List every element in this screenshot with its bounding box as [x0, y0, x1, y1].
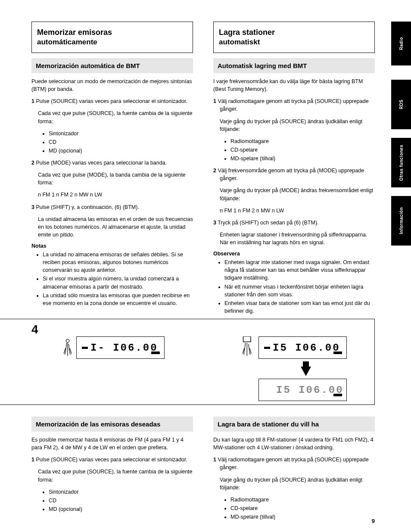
- sidebar-tab-info: Información: [391, 196, 411, 246]
- tab-label: Información: [399, 207, 404, 234]
- tab-label: Radio: [399, 37, 404, 50]
- svg-rect-1: [243, 336, 251, 342]
- list-item: Enheten visar bara de stationer som kan …: [224, 299, 375, 315]
- subheading: Lagra bara de stationer du vill ha: [213, 417, 375, 432]
- step-2: 2 Pulse (MODE) varias veces para selecci…: [31, 159, 193, 167]
- notes-label: Observera: [213, 251, 375, 257]
- step-1: 1 Välj radiomottagare genom att trycka p…: [213, 456, 375, 471]
- intro-text: Puede seleccionar un modo de memorizació…: [31, 78, 193, 93]
- subheading: Automatisk lagring med BMT: [213, 58, 375, 73]
- tab-label: RDS: [399, 100, 404, 109]
- step1-desc: Varje gång du trycker på (SOURCE) ändras…: [213, 476, 375, 492]
- step2-seq: n FM 1 n FM 2 n MW n LW: [31, 191, 193, 199]
- list-item: CD: [49, 497, 193, 504]
- sidebar-tab-radio: Radio: [391, 22, 411, 65]
- lcd-display-1: I- I06.00: [76, 336, 165, 359]
- column-left-top: Memorizar emisoras automáticamente Memor…: [31, 22, 193, 311]
- list-item: MD-spelare (tillval): [230, 513, 375, 521]
- lcd-dash-icon: [264, 347, 270, 349]
- title-line2: automatiskt: [219, 38, 369, 47]
- list-item: MD (opcional): [49, 505, 193, 513]
- page-number: 9: [372, 518, 375, 524]
- title-line1: Memorizar emisoras: [37, 28, 187, 37]
- arrow-down-icon: [301, 361, 347, 376]
- notes-label: Notas: [31, 243, 193, 249]
- step-3: 3 Tryck på (SHIFT) och sedan på (6) (BTM…: [213, 219, 375, 227]
- column-right-top: Lagra stationer automatiskt Automatisk l…: [213, 22, 375, 319]
- title-box-right: Lagra stationer automatiskt: [213, 22, 375, 53]
- step1-desc: Cada vez que pulse (SOURCE), la fuente c…: [31, 468, 193, 483]
- list-item: MD (opcional): [49, 147, 193, 155]
- step-1: 1 Pulse (SOURCE) varias veces para selec…: [31, 97, 193, 105]
- subheading: Memorización automática de BMT: [31, 58, 193, 73]
- source-list: Sintonizador CD MD (opcional): [31, 130, 193, 155]
- list-item: MD-spelare (tillval): [230, 155, 375, 162]
- step2-desc: Varje gång du trycker på (MODE) ändras f…: [213, 187, 375, 202]
- list-item: CD-spelare: [230, 146, 375, 154]
- step-2: 2 Välj frekvensområde genom att trycka p…: [213, 167, 375, 182]
- step2-seq: n FM 1 n FM 2 n MW n LW: [213, 207, 375, 215]
- notes-list: Enheten lagrar inte stationer med svaga …: [213, 258, 375, 315]
- intro-text: Es posible memorizar hasta 8 emisoras de…: [31, 436, 193, 451]
- list-item: La unidad sólo muestra las emisoras que …: [43, 292, 193, 307]
- title-line2: automáticamente: [37, 38, 187, 47]
- step-1: 1 Välj radiomottagare genom att trycka p…: [213, 97, 375, 113]
- lcd-text: I- I06.00: [90, 342, 158, 354]
- intro-text: I varje frekvensområde kan du välja läge…: [213, 78, 375, 93]
- list-item: Radiomottagare: [230, 137, 375, 145]
- step3-desc: Enheten lagrar stationer i frekvensordni…: [213, 231, 375, 246]
- list-item: CD: [49, 138, 193, 146]
- intro-text: Du kan lagra upp till 8 FM-stationer (4 …: [213, 436, 375, 451]
- lcd-dash-icon: [82, 347, 88, 349]
- subheading: Memorización de las emisoras deseadas: [31, 417, 193, 432]
- hand-remote-icon: [240, 336, 255, 360]
- source-list: Sintonizador CD MD (opcional): [31, 488, 193, 513]
- lcd-bar-icon: [333, 394, 342, 396]
- svg-point-0: [66, 339, 69, 342]
- step3-desc: La unidad almacena las emisoras en el or…: [31, 215, 193, 239]
- lcd-bar-icon: [333, 352, 342, 354]
- step2-desc: Cada vez que pulse (MODE), la banda camb…: [31, 171, 193, 187]
- title-box-left: Memorizar emisoras automáticamente: [31, 22, 193, 53]
- illustration-step-number: 4: [31, 323, 38, 336]
- sidebar-tab-rds: RDS: [391, 80, 411, 129]
- list-item: Radiomottagare: [230, 496, 375, 504]
- step1-desc: Cada vez que pulse (SOURCE), la fuente c…: [31, 109, 193, 125]
- lcd-display-3: I5 I06.00: [258, 379, 347, 401]
- title-line1: Lagra stationer: [219, 28, 369, 37]
- step1-desc: Varje gång du trycker på (SOURCE) ändras…: [213, 118, 375, 133]
- lcd-display-2: I5 I06.00: [258, 336, 347, 359]
- hand-press-icon: [61, 339, 74, 358]
- column-right-bottom: Lagra bara de stationer du vill ha Du ka…: [213, 411, 375, 525]
- list-item: Sintonizador: [49, 488, 193, 496]
- illustration-band: 4 I- I06.00 I5 I06.00: [0, 319, 375, 405]
- sidebar-tab-other: Otras funciones: [391, 138, 411, 187]
- step-1: 1 Pulse (SOURCE) varias veces para selec…: [31, 456, 193, 464]
- list-item: Sintonizador: [49, 130, 193, 137]
- list-item: Enheten lagrar inte stationer med svaga …: [224, 258, 375, 282]
- list-item: CD-spelare: [230, 504, 375, 512]
- step-3: 3 Pulse (SHIFT) y, a continuación, (6) (…: [31, 203, 193, 211]
- column-left-bottom: Memorización de las emisoras deseadas Es…: [31, 411, 193, 517]
- notes-list: La unidad no almacena emisoras de señale…: [31, 251, 193, 307]
- source-list: Radiomottagare CD-spelare MD-spelare (ti…: [213, 496, 375, 521]
- lcd-text: I5 I06.00: [273, 342, 340, 354]
- lcd-bar-icon: [151, 352, 160, 354]
- list-item: När ett nummer visas i teckenfönstret bö…: [224, 283, 375, 299]
- list-item: Si el visor muestra algún número, la uni…: [43, 275, 193, 290]
- source-list: Radiomottagare CD-spelare MD-spelare (ti…: [213, 137, 375, 162]
- tab-label: Otras funciones: [399, 145, 404, 181]
- list-item: La unidad no almacena emisoras de señale…: [43, 251, 193, 274]
